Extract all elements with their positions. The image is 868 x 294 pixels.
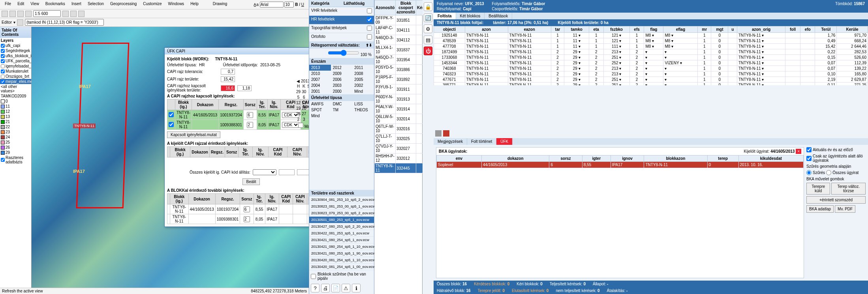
menu-help[interactable]: Help [187,1,202,8]
osszes-val1[interactable] [279,169,295,175]
mv-pdf-button[interactable]: Mv. PDF [835,205,855,213]
azon-row[interactable]: Q6TLF-W-10332016 [375,124,427,134]
osszes-val2[interactable] [297,169,309,175]
sattype-cell[interactable] [331,113,353,119]
subtab-ufk[interactable]: ÚFK [496,138,513,145]
kapcsolt-mutat-button[interactable]: Kapcsolt igényfelsat.mutat [167,131,220,138]
category-row[interactable]: VHR felvételek [309,7,374,16]
capi-ter-input[interactable] [221,76,235,82]
query-input[interactable] [25,19,104,26]
category-row[interactable]: HR felvételek [309,16,374,24]
year-cell[interactable]: 2012 [331,65,353,71]
save-icon[interactable] [9,11,16,17]
azon-row[interactable]: P60DY-N-10331913 [375,94,427,104]
year-cell[interactable]: Mind [352,88,374,94]
layers-root[interactable]: Layers [0,38,31,43]
editor-dropdown[interactable]: Editor [2,20,12,24]
toc-layer[interactable]: Munkaterulet [0,69,31,74]
folt-row[interactable]: 740323TNTY8-N-11TNTY8-N-11229 ▾2213 ▾2 ▾… [434,71,868,77]
raster-item[interactable]: 20130427_080_253_sp5_2_20_eov.ecw [309,223,374,230]
folt-row[interactable]: 740368TNTY8-N-11TNTY8-N-11229 ▾2213 ▾2 ▾… [434,66,868,71]
toc-layer[interactable]: Raszteres adatbázis [0,155,31,165]
year-cell[interactable]: 2009 [331,71,353,77]
info-icon[interactable]: ℹ [352,284,361,292]
azon-row[interactable]: Q6LLW-5-10332014 [375,114,427,124]
year-cell[interactable]: 2004 [309,82,331,88]
filter-checkbox[interactable] [311,274,316,279]
edit-tool-icon[interactable] [17,19,23,26]
menu-bookmarks[interactable]: Bookmarks [42,1,68,8]
year-cell[interactable]: 2010 [309,71,331,77]
tool-icon[interactable]: ⚙ [424,24,432,33]
raster-item[interactable]: 20130421_080_253_sp5_1_90_eov.ecw [309,250,374,257]
table-row[interactable]: TNTY8-N-1144/1605/201310019372048,55IPA1… [167,204,309,214]
refresh-icon[interactable]: 🔄 [424,13,432,22]
tab-ketblokkos[interactable]: Két blokkos [456,13,485,19]
folt-row[interactable]: 477671TNTY8-N-11TNTY8-N-11229 ▾2251 ▾2 ▾… [434,77,868,82]
sattype-cell[interactable]: TM [331,107,353,113]
raster-item[interactable]: 20130420_081_254_sp5_1_10_eov.ecw [309,257,374,264]
scale-input[interactable] [33,10,61,17]
azon-row[interactable]: PD5YD-5-10331886 [375,65,427,75]
year-cell[interactable]: 2013 [309,65,331,71]
lock-icon[interactable]: 🔒 [424,2,432,11]
year-cell[interactable]: 2007 [309,77,331,82]
osszes-radio[interactable] [826,170,831,175]
year-cell[interactable]: 2002 [352,82,374,88]
layers-icon[interactable]: ▤ [424,36,432,44]
raster-item[interactable]: 20130421_080_254_sp5_1_eov.ecw [309,237,374,243]
zoom-in-icon[interactable] [62,11,69,17]
sattype-cell[interactable] [352,113,374,119]
menu-file[interactable]: File [2,1,14,8]
raster-item[interactable]: 20130501_080_253_sp5_1_eov.ecw [309,217,374,223]
tab-foltista[interactable]: Foltista [434,13,456,19]
year-cell[interactable]: 2003 [331,82,353,88]
year-cell[interactable]: 2000 [331,88,353,94]
print-icon[interactable] [17,11,24,17]
folt-row[interactable]: 1733068TNTY8-N-11TNTY8-N-11229 ▾2251 ▾2 … [434,55,868,60]
erintett-button[interactable]: +érintett szomszéd [806,196,866,204]
opacity-slider[interactable] [328,50,359,56]
color-swatch-red[interactable] [443,130,449,137]
note-icon[interactable]: 📄 [331,284,340,292]
year-cell[interactable]: 2001 [309,88,331,94]
table-row[interactable]: TNTY8-N-1110093883018,05IPA17CDK [167,120,309,130]
sattype-cell[interactable]: SPOT [309,107,331,113]
folt-row[interactable]: 1872499TNTY8-N-11TNTY8-N-11229 ▾2213 ▾2 … [434,49,868,55]
toc-layer[interactable]: Országos_brt [0,74,31,79]
menu-view[interactable]: View [27,1,42,8]
warning-icon[interactable]: ⚠ [342,284,350,292]
azon-row[interactable]: RH5HH-P-12332012 [375,154,427,163]
sattype-cell[interactable]: Mind [309,113,331,119]
arrow-down-icon[interactable]: ⬇ [369,43,372,47]
azon-row[interactable]: P6ALY-W-10331914 [375,104,427,114]
toc-layer[interactable]: Segédrétegek [0,48,31,53]
toc-layer[interactable]: UFK_parcella_201 [0,58,31,64]
azon-row[interactable]: Q7VDJ-Y-10332027 [375,144,427,154]
print-icon[interactable]: 🖨 [321,284,330,292]
calendar[interactable]: ◀2013. augusztus▶ HKSzeCsPSzoV2930311234… [296,79,309,129]
raster-item[interactable]: 20130422_081_253_sp5_1_eov.ecw [309,230,374,237]
raster-item[interactable]: 20130823_079_253_00_sp5_2_eov.ecw [309,210,374,217]
category-row[interactable]: Topográfiai térképek [309,24,374,33]
arrow-up-icon[interactable]: ⬆ [366,43,369,47]
osszes-kod-select[interactable] [253,169,276,175]
toc-layer[interactable]: ufks_blokkok_iga [0,53,31,58]
terepre-kuld-button[interactable]: Terepre küld [806,183,830,195]
raster-item[interactable]: 20130420_081_254_sp5_1_00_eov.ecw [309,264,374,270]
azon-row[interactable]: P1RP5-F-10331892 [375,75,427,84]
pan-icon[interactable] [78,11,85,17]
terep-vissza-button[interactable]: Terep változ. törzse [831,183,866,195]
bealit-button[interactable]: Beálit [242,178,259,185]
ugyirat-close-icon[interactable]: × [796,149,801,154]
cal-prev[interactable]: ◀ [297,79,300,83]
aktualis-checkbox[interactable] [806,147,812,152]
szures-radio[interactable] [806,170,812,175]
font-select[interactable] [260,2,284,7]
menu-geoprocessing[interactable]: Geoprocessing [107,1,140,8]
sattype-cell[interactable]: THEOS [352,107,374,113]
map-canvas[interactable]: TNTY8-N-11 IPA17 IPA17 ÚFK CAPI × Kijelö… [32,27,309,288]
year-cell[interactable]: 2011 [352,65,374,71]
category-row[interactable]: Ortofoto [309,33,374,42]
year-cell[interactable]: 2008 [352,71,374,77]
